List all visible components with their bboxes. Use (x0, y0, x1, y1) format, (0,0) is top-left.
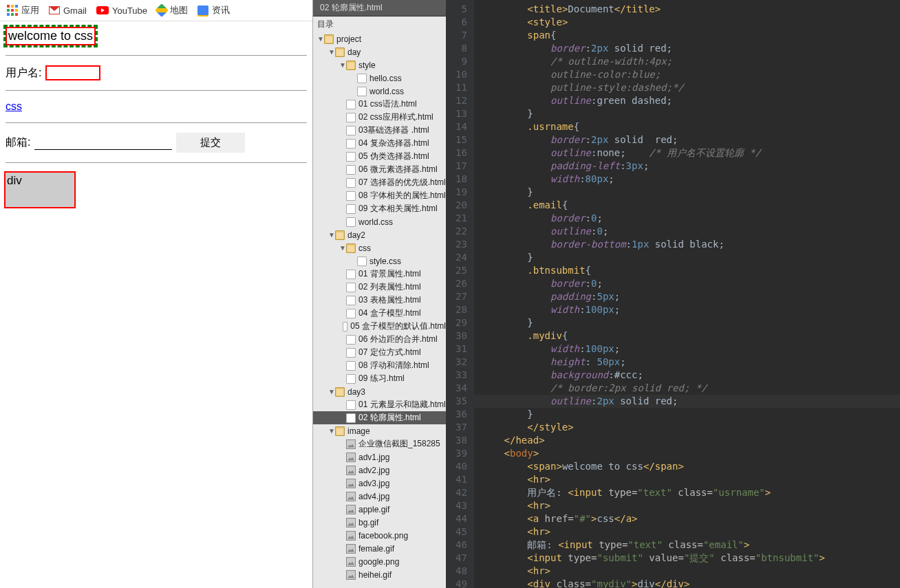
tree-file[interactable]: female.gif (313, 542, 446, 555)
tree-file[interactable]: style.css (313, 254, 446, 268)
tree-file[interactable]: adv1.jpg (313, 450, 446, 464)
code-line[interactable]: <hr> (474, 499, 900, 512)
code-line[interactable]: <hr> (474, 525, 900, 538)
tree-file[interactable]: 04 盒子模型.html (313, 307, 446, 320)
tree-file[interactable]: 06 微元素选择器.html (313, 163, 446, 176)
tree-file[interactable]: google.png (313, 555, 446, 568)
submit-button[interactable] (176, 133, 245, 153)
code-line[interactable]: } (474, 251, 900, 264)
tree-file[interactable]: 07 选择器的优先级.html (313, 176, 446, 189)
code-line[interactable]: span{ (474, 29, 900, 42)
code-line[interactable]: border:2px solid red; (474, 133, 900, 146)
code-line[interactable]: .email{ (474, 199, 900, 212)
tree-folder[interactable]: ▼image (313, 424, 446, 437)
code-line[interactable]: <input type="submit" value="提交" class="b… (474, 552, 900, 565)
tree-file[interactable]: 01 css语法.html (313, 98, 446, 111)
code-line[interactable]: padding-left:3px; (474, 160, 900, 173)
code-line[interactable]: 邮箱: <input type="text" class="email"> (474, 538, 900, 552)
code-line[interactable]: height: 50px; (474, 356, 900, 369)
code-area[interactable]: <title>Document</title> <style> span{ bo… (474, 0, 900, 588)
bookmark-gmail[interactable]: Gmail (49, 6, 87, 16)
tree-file[interactable]: 07 定位方式.html (313, 346, 446, 359)
tree-file[interactable]: adv2.jpg (313, 464, 446, 477)
tree-file[interactable]: 01 背景属性.html (313, 268, 446, 281)
bookmark-maps[interactable]: 地图 (157, 4, 188, 17)
css-link[interactable]: css (6, 100, 22, 112)
code-line[interactable]: 用户名: <input type="text" class="usrname"> (474, 486, 900, 499)
tree-file[interactable]: 08 字体相关的属性.html (313, 189, 446, 202)
code-line[interactable]: <a href="#">css</a> (474, 512, 900, 525)
tree-tab[interactable]: 02 轮廓属性.html (313, 0, 446, 17)
tree-file[interactable]: 02 列表属性.html (313, 281, 446, 294)
tree-file[interactable]: 02 css应用样式.html (313, 111, 446, 124)
code-line[interactable]: <span>welcome to css</span> (474, 460, 900, 473)
tree-file[interactable]: 04 复杂选择器.html (313, 137, 446, 150)
username-input[interactable] (45, 65, 100, 80)
code-line[interactable]: <div class="mydiv">div</div> (474, 578, 900, 588)
tree-file[interactable]: world.css (313, 215, 446, 228)
code-line[interactable]: width:80px; (474, 173, 900, 186)
tree-file[interactable]: bg.gif (313, 516, 446, 529)
code-line[interactable]: .mydiv{ (474, 329, 900, 342)
code-line[interactable]: <hr> (474, 565, 900, 578)
code-line[interactable]: } (474, 316, 900, 329)
tree-file[interactable]: 06 外边距的合并.html (313, 333, 446, 346)
tree-file[interactable]: facebook.png (313, 529, 446, 542)
bookmark-news[interactable]: 资讯 (197, 4, 230, 17)
code-line[interactable]: background:#ccc; (474, 369, 900, 382)
tree-file[interactable]: 企业微信截图_158285 (313, 437, 446, 450)
bookmark-apps[interactable]: 应用 (7, 4, 39, 17)
code-line[interactable]: border:0; (474, 277, 900, 290)
bookmark-youtube[interactable]: YouTube (96, 6, 147, 16)
code-line[interactable]: <body> (474, 447, 900, 460)
email-input[interactable] (34, 136, 172, 150)
code-line[interactable]: .btnsubmit{ (474, 264, 900, 277)
code-line[interactable]: width:100px; (474, 303, 900, 316)
tree-file[interactable]: heihei.gif (313, 568, 446, 581)
code-line[interactable]: putline-style:dashed;*/ (474, 81, 900, 94)
tree-folder[interactable]: ▼day (313, 45, 446, 58)
code-line[interactable]: outline:0; (474, 225, 900, 238)
tree-folder[interactable]: ▼day2 (313, 228, 446, 241)
tree-file[interactable]: adv4.jpg (313, 490, 446, 503)
tree-file[interactable]: 03基础选择器 .html (313, 124, 446, 137)
tree-file[interactable]: 05 盒子模型的默认值.html (313, 320, 446, 333)
code-line[interactable]: } (474, 186, 900, 199)
tree-file[interactable]: hello.css (313, 72, 446, 85)
tree-file[interactable]: 01 元素显示和隐藏.html (313, 398, 446, 411)
code-line[interactable]: <title>Document</title> (474, 3, 900, 16)
tree-folder[interactable]: ▼project (313, 32, 446, 45)
code-line[interactable]: </head> (474, 434, 900, 447)
tree-file[interactable]: 09 文本相关属性.html (313, 202, 446, 215)
tree-file[interactable]: world.css (313, 85, 446, 98)
code-line[interactable]: outline:green dashed; (474, 94, 900, 107)
code-line[interactable]: padding:5px; (474, 290, 900, 303)
code-line[interactable]: width:100px; (474, 342, 900, 356)
tree-folder[interactable]: ▼day3 (313, 385, 446, 398)
code-line[interactable]: outline:none; /* 用户名不设置轮廓 */ (474, 146, 900, 160)
tree-file[interactable]: apple.gif (313, 503, 446, 516)
code-line[interactable]: <hr> (474, 473, 900, 486)
file-tree[interactable]: ▼project▼day▼stylehello.cssworld.css01 c… (313, 32, 446, 588)
code-line[interactable]: } (474, 408, 900, 421)
tree-file[interactable]: adv3.jpg (313, 477, 446, 490)
code-line[interactable]: border:0; (474, 212, 900, 225)
code-line[interactable]: <style> (474, 16, 900, 29)
code-line[interactable]: outline:2px solid red; (474, 395, 900, 408)
tree-file[interactable]: 05 伪类选择器.html (313, 150, 446, 163)
code-editor[interactable]: 5678910111213141516171819202122232425262… (446, 0, 900, 588)
code-line[interactable]: border-bottom:1px solid black; (474, 238, 900, 251)
code-line[interactable]: .usrname{ (474, 120, 900, 133)
code-line[interactable]: </style> (474, 421, 900, 434)
tree-file[interactable]: 02 轮廓属性.html (313, 411, 446, 424)
tree-file[interactable]: 03 表格属性.html (313, 294, 446, 307)
tree-folder[interactable]: ▼css (313, 241, 446, 254)
tree-folder[interactable]: ▼style (313, 58, 446, 72)
code-line[interactable]: /* outline-width:4px; (474, 55, 900, 68)
tree-file[interactable]: 08 浮动和清除.html (313, 359, 446, 372)
code-line[interactable]: /* border:2px solid red; */ (474, 382, 900, 395)
code-line[interactable]: border:2px solid red; (474, 42, 900, 55)
code-line[interactable]: } (474, 107, 900, 120)
tree-file[interactable]: 09 练习.html (313, 372, 446, 385)
code-line[interactable]: outline-color:blue; (474, 68, 900, 81)
